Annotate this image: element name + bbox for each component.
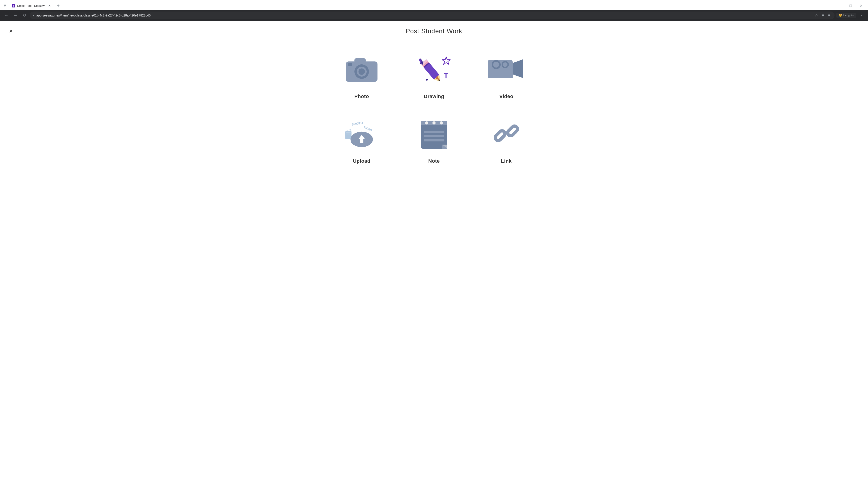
drawing-option[interactable]: T Drawing [405,44,463,104]
active-tab[interactable]: S Select Tool - Seesaw ✕ [9,2,54,10]
address-bar: ← → ↻ ● app.seesaw.me/#/item/new/class/c… [0,10,868,21]
tab-favicon: S [12,4,16,7]
svg-text:PHOTO: PHOTO [351,121,363,127]
url-bar[interactable]: ● app.seesaw.me/#/item/new/class/class.e… [30,11,835,19]
svg-point-44 [440,121,443,125]
svg-rect-5 [348,63,352,66]
svg-text:VIDEO: VIDEO [363,126,373,132]
close-window-button[interactable]: ✕ [856,2,866,9]
profile-icon[interactable]: ■ [827,13,832,18]
bookmark-icon[interactable]: ☆ [814,13,819,18]
video-label: Video [499,94,513,99]
svg-point-43 [432,121,436,125]
browser-chrome: ▼ S Select Tool - Seesaw ✕ + — □ ✕ ← → ↻… [0,0,868,21]
page-header: × Post Student Work [9,28,859,35]
link-icon [486,113,527,154]
svg-rect-47 [424,139,444,141]
forward-button[interactable]: → [12,12,19,19]
tab-title: Select Tool - Seesaw [17,4,46,7]
incognito-icon: 😿 [839,14,842,17]
svg-rect-51 [506,125,519,137]
close-page-button[interactable]: × [9,28,13,34]
incognito-label: Incognito [843,14,854,17]
svg-rect-26 [488,75,513,78]
url-text: app.seesaw.me/#/item/new/class/class.e01… [36,13,812,17]
svg-marker-19 [426,79,428,81]
svg-marker-17 [442,57,450,64]
svg-rect-33 [346,134,350,134]
maximize-button[interactable]: □ [845,2,856,9]
svg-marker-27 [513,59,523,78]
incognito-badge: 😿 Incognito [836,13,856,18]
svg-rect-50 [494,130,506,142]
upload-icon: PHOTO VIDEO FILE [341,113,382,154]
security-icon: ● [33,13,34,17]
reload-button[interactable]: ↻ [21,12,28,19]
svg-rect-46 [424,135,444,137]
photo-label: Photo [354,94,369,99]
page-title: Post Student Work [406,28,462,35]
note-icon [414,113,454,154]
tab-list-button[interactable]: ▼ [2,2,8,9]
svg-point-4 [359,68,365,75]
back-button[interactable]: ← [3,12,10,19]
link-option[interactable]: Link [477,108,536,168]
video-option[interactable]: Video [477,44,536,104]
photo-option[interactable]: Photo [332,44,391,104]
svg-rect-45 [424,131,444,133]
note-option[interactable]: Note [405,108,463,168]
more-options-button[interactable]: ⋮ [858,12,865,19]
upload-option[interactable]: PHOTO VIDEO FILE [332,108,391,168]
options-grid: Photo [332,44,536,168]
photo-icon [341,48,382,89]
minimize-button[interactable]: — [835,2,845,9]
drawing-icon: T [414,48,454,89]
title-bar: ▼ S Select Tool - Seesaw ✕ + — □ ✕ [0,0,868,10]
page-content: × Post Student Work [0,21,868,488]
tab-close-button[interactable]: ✕ [48,4,52,8]
svg-rect-32 [346,132,351,133]
url-right-icons: ☆ ■ ■ [814,13,832,18]
upload-label: Upload [353,158,370,164]
svg-point-42 [425,121,428,125]
note-label: Note [428,158,440,164]
drawing-label: Drawing [424,94,444,99]
extension-icon[interactable]: ■ [820,13,826,18]
svg-point-24 [503,62,507,67]
video-icon [486,48,527,89]
link-label: Link [501,158,512,164]
new-tab-button[interactable]: + [55,2,61,9]
svg-rect-31 [345,131,351,139]
svg-text:T: T [444,72,448,80]
window-controls: — □ ✕ [835,2,866,9]
svg-rect-1 [354,58,366,63]
svg-point-22 [493,62,499,68]
